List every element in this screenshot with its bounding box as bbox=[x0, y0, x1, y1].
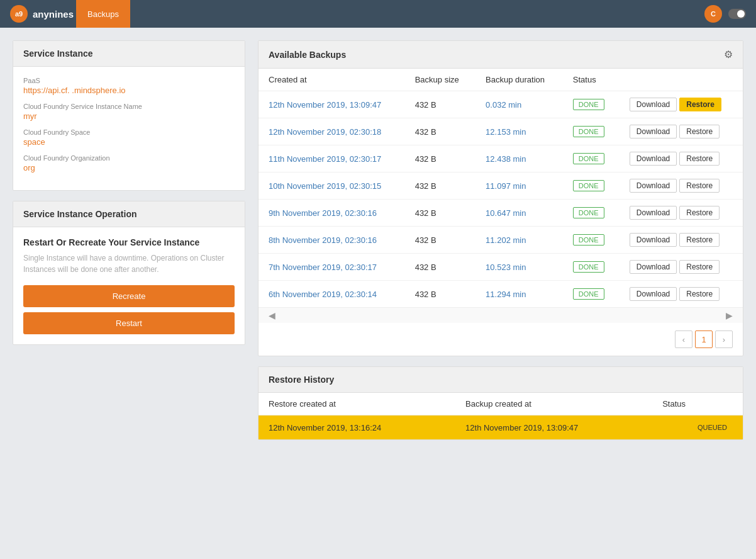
download-button[interactable]: Download bbox=[630, 125, 677, 138]
backup-actions: DownloadRestore bbox=[620, 200, 743, 227]
restore-button[interactable]: Restore bbox=[679, 233, 720, 247]
backup-actions: DownloadRestore bbox=[620, 281, 743, 308]
col-restore-status-header: Status bbox=[652, 393, 743, 415]
page-1-button[interactable]: 1 bbox=[695, 330, 713, 348]
backup-table-row: 11th November 2019, 02:30:17432 B12.438 … bbox=[258, 145, 743, 172]
restore-button[interactable]: Restore bbox=[679, 125, 720, 138]
cf-org-label: Cloud Foundry Organization bbox=[23, 154, 235, 162]
backups-header: Available Backups ⚙ bbox=[258, 41, 743, 69]
restore-created-date: 12th November 2019, 13:16:24 bbox=[258, 415, 455, 440]
available-backups-card: Available Backups ⚙ Created at Backup si… bbox=[258, 40, 743, 356]
backup-duration: 11.097 min bbox=[475, 172, 563, 200]
backup-size: 432 B bbox=[405, 145, 475, 172]
backup-created-date[interactable]: 10th November 2019, 02:30:15 bbox=[258, 172, 405, 200]
theme-toggle[interactable] bbox=[728, 9, 746, 19]
user-avatar[interactable]: C bbox=[704, 5, 722, 23]
backup-created-date[interactable]: 12th November 2019, 13:09:47 bbox=[258, 91, 405, 118]
backup-table-row: 12th November 2019, 13:09:47432 B0.032 m… bbox=[258, 91, 743, 118]
recreate-button[interactable]: Recreate bbox=[23, 285, 235, 307]
backup-status: DONE bbox=[563, 281, 620, 308]
restore-status: QUEUED bbox=[652, 415, 743, 440]
col-backup-created-header: Backup created at bbox=[455, 393, 652, 415]
backup-size: 432 B bbox=[405, 91, 475, 118]
restore-button[interactable]: Restore bbox=[679, 98, 721, 111]
pagination: ‹ 1 › bbox=[258, 323, 743, 356]
cf-space-value: space bbox=[23, 137, 235, 147]
backup-actions: DownloadRestore bbox=[620, 91, 743, 118]
download-button[interactable]: Download bbox=[630, 98, 677, 111]
restore-table-row: 12th November 2019, 13:16:2412th Novembe… bbox=[258, 415, 743, 440]
backup-created-date[interactable]: 7th November 2019, 02:30:17 bbox=[258, 254, 405, 281]
col-created-header: Created at bbox=[258, 69, 405, 91]
download-button[interactable]: Download bbox=[630, 179, 677, 193]
backup-duration: 0.032 min bbox=[475, 91, 563, 118]
restore-button[interactable]: Restore bbox=[679, 179, 720, 193]
service-instance-card: Service Instance PaaS https://api.cf. .m… bbox=[13, 40, 245, 191]
scroll-bar: ◀ ▶ bbox=[258, 307, 743, 323]
backup-duration: 10.647 min bbox=[475, 200, 563, 227]
backup-duration: 10.523 min bbox=[475, 254, 563, 281]
backup-duration: 12.153 min bbox=[475, 118, 563, 145]
service-instance-body: PaaS https://api.cf. .mindsphere.io Clou… bbox=[13, 67, 245, 190]
restore-button[interactable]: Restore bbox=[679, 152, 720, 166]
restore-button[interactable]: Restore bbox=[679, 260, 720, 274]
download-button[interactable]: Download bbox=[630, 287, 677, 301]
backup-size: 432 B bbox=[405, 172, 475, 200]
col-restore-created-header: Restore created at bbox=[258, 393, 455, 415]
backup-duration: 11.294 min bbox=[475, 281, 563, 308]
cf-instance-value: myr bbox=[23, 111, 235, 121]
restore-table-header-row: Restore created at Backup created at Sta… bbox=[258, 393, 743, 415]
service-instance-header: Service Instance bbox=[13, 41, 245, 67]
backup-duration: 12.438 min bbox=[475, 145, 563, 172]
backup-table-row: 6th November 2019, 02:30:14432 B11.294 m… bbox=[258, 281, 743, 308]
paas-field: PaaS https://api.cf. .mindsphere.io bbox=[23, 77, 235, 95]
backup-size: 432 B bbox=[405, 281, 475, 308]
backup-status: DONE bbox=[563, 118, 620, 145]
logo-icon: a9 bbox=[10, 5, 28, 23]
backup-size: 432 B bbox=[405, 227, 475, 254]
backups-title: Available Backups bbox=[269, 50, 346, 60]
restart-button[interactable]: Restart bbox=[23, 312, 235, 334]
top-navigation: a9 anynines Backups C bbox=[0, 0, 756, 28]
restore-history-header: Restore History bbox=[258, 367, 743, 393]
backup-created-date[interactable]: 6th November 2019, 02:30:14 bbox=[258, 281, 405, 308]
restore-button[interactable]: Restore bbox=[679, 206, 720, 220]
app-logo: a9 anynines bbox=[10, 5, 74, 23]
backup-created-date[interactable]: 8th November 2019, 02:30:16 bbox=[258, 227, 405, 254]
scroll-right-icon[interactable]: ▶ bbox=[726, 310, 733, 320]
backup-duration: 11.202 min bbox=[475, 227, 563, 254]
cf-org-field: Cloud Foundry Organization org bbox=[23, 154, 235, 172]
left-panel: Service Instance PaaS https://api.cf. .m… bbox=[13, 40, 245, 345]
download-button[interactable]: Download bbox=[630, 152, 677, 166]
backup-table-row: 8th November 2019, 02:30:16432 B11.202 m… bbox=[258, 227, 743, 254]
download-button[interactable]: Download bbox=[630, 206, 677, 220]
nav-right: C bbox=[704, 5, 746, 23]
restore-history-card: Restore History Restore created at Backu… bbox=[258, 366, 743, 440]
service-operation-header: Service Instance Operation bbox=[13, 201, 245, 227]
cf-space-field: Cloud Foundry Space space bbox=[23, 128, 235, 147]
settings-icon[interactable]: ⚙ bbox=[724, 48, 733, 60]
service-operation-card: Service Instance Operation Restart Or Re… bbox=[13, 201, 245, 345]
backup-status: DONE bbox=[563, 91, 620, 118]
operation-desc: Single Instance will have a downtime. Op… bbox=[23, 252, 235, 275]
backup-created-date[interactable]: 12th November 2019, 02:30:18 bbox=[258, 118, 405, 145]
backup-actions: DownloadRestore bbox=[620, 254, 743, 281]
backup-table-row: 9th November 2019, 02:30:16432 B10.647 m… bbox=[258, 200, 743, 227]
backup-created-date[interactable]: 11th November 2019, 02:30:17 bbox=[258, 145, 405, 172]
col-status-header: Status bbox=[563, 69, 620, 91]
restore-history-table: Restore created at Backup created at Sta… bbox=[258, 393, 743, 439]
paas-value: https://api.cf. .mindsphere.io bbox=[23, 86, 235, 95]
restore-button[interactable]: Restore bbox=[679, 287, 720, 301]
backup-status: DONE bbox=[563, 227, 620, 254]
scroll-left-icon[interactable]: ◀ bbox=[269, 310, 275, 320]
backup-table-row: 12th November 2019, 02:30:18432 B12.153 … bbox=[258, 118, 743, 145]
prev-page-button[interactable]: ‹ bbox=[675, 330, 692, 348]
download-button[interactable]: Download bbox=[630, 233, 677, 247]
cf-instance-field: Cloud Foundry Service Instance Name myr bbox=[23, 103, 235, 121]
backups-tab[interactable]: Backups bbox=[76, 0, 130, 28]
next-page-button[interactable]: › bbox=[715, 330, 733, 348]
backup-created-date[interactable]: 9th November 2019, 02:30:16 bbox=[258, 200, 405, 227]
backup-size: 432 B bbox=[405, 118, 475, 145]
backup-status: DONE bbox=[563, 172, 620, 200]
download-button[interactable]: Download bbox=[630, 260, 677, 274]
